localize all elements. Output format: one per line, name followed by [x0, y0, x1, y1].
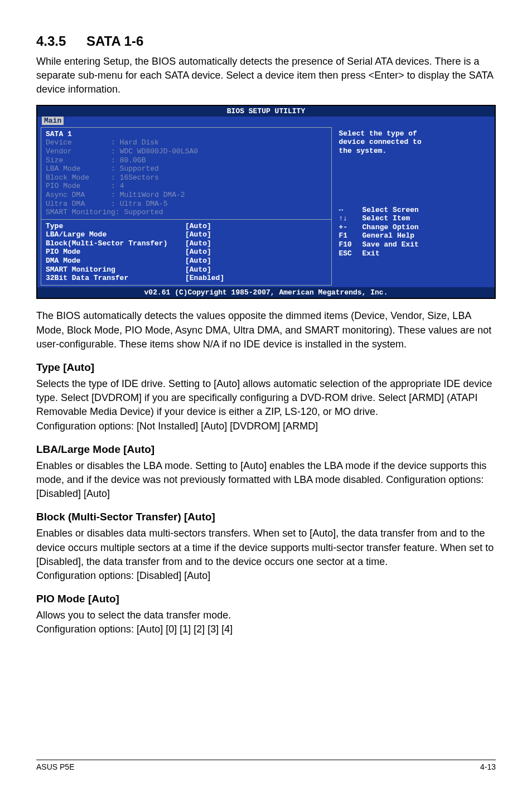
setting-label: 32Bit Data Transfer [46, 274, 185, 283]
setting-value: [Auto] [185, 248, 211, 257]
info-val: : Hard Disk [111, 138, 159, 147]
key-f1: F1 [338, 231, 362, 240]
bios-help-panel: Select the type of device connected to t… [334, 127, 491, 286]
setting-value: [Auto] [185, 257, 211, 265]
info-val: : Supported [111, 165, 159, 173]
bios-device-heading: SATA 1 [46, 130, 327, 139]
info-val: : 4 [111, 182, 124, 190]
setting-label: LBA/Large Mode [46, 230, 185, 239]
pio-config: Configuration options: [Auto] [0] [1] [2… [36, 622, 496, 636]
section-name: SATA 1-6 [86, 33, 143, 49]
setting-value: [Enabled] [185, 274, 224, 283]
info-val: : 16Sectors [111, 173, 159, 182]
setting-row[interactable]: 32Bit Data Transfer[Enabled] [46, 274, 327, 283]
type-paragraph: Selects the type of IDE drive. Setting t… [36, 377, 496, 419]
help-desc: Select the type of [338, 129, 487, 138]
type-heading: Type [Auto] [36, 361, 496, 374]
info-val: : Supported [115, 208, 163, 216]
help-desc: device connected to [338, 138, 487, 147]
info-key: SMART Monitoring [46, 208, 115, 216]
info-val: : WDC WD800JD-00LSA0 [111, 147, 198, 156]
info-key: Vendor [46, 147, 72, 156]
setting-row[interactable]: Type[Auto] [46, 222, 327, 231]
intro-paragraph: While entering Setup, the BIOS automatic… [36, 55, 496, 97]
setting-row[interactable]: PIO Mode[Auto] [46, 248, 327, 257]
setting-value: [Auto] [185, 265, 211, 274]
info-val: : MultiWord DMA-2 [111, 191, 185, 199]
block-paragraph: Enables or disables data multi-sectors t… [36, 526, 496, 569]
type-config: Configuration options: [Not Installed] [… [36, 419, 496, 433]
info-key: Async DMA [46, 191, 85, 199]
plusminus-icon: +- [338, 223, 362, 232]
section-heading: 4.3.5SATA 1-6 [36, 33, 496, 49]
block-heading: Block (Multi-Sector Transfer) [Auto] [36, 511, 496, 523]
setting-label: SMART Monitoring [46, 265, 185, 274]
bios-info-block: Device : Hard Disk Vendor : WDC WD800JD-… [46, 138, 327, 216]
info-key: Ultra DMA [46, 200, 85, 208]
setting-value: [Auto] [185, 230, 211, 239]
lba-paragraph: Enables or disables the LBA mode. Settin… [36, 459, 496, 501]
key-text: Select Item [362, 214, 410, 223]
info-key: Size [46, 156, 63, 165]
pio-heading: PIO Mode [Auto] [36, 593, 496, 605]
info-key: PIO Mode [46, 182, 80, 190]
info-key: Device [46, 138, 72, 147]
info-key: Block Mode [46, 173, 89, 182]
bios-left-panel: SATA 1 Device : Hard Disk Vendor : WDC W… [41, 127, 332, 286]
setting-label: Type [46, 222, 185, 231]
bios-settings-block: Type[Auto] LBA/Large Mode[Auto] Block(Mu… [46, 222, 327, 283]
key-text: Change Option [362, 223, 418, 232]
footer-page-number: 4-13 [480, 762, 496, 771]
bios-key-legend: ↔Select Screen ↑↓Select Item +-Change Op… [338, 206, 487, 258]
arrows-ud-icon: ↑↓ [338, 214, 362, 223]
bios-screenshot: BIOS SETUP UTILITY Main SATA 1 Device : … [36, 105, 496, 299]
setting-row[interactable]: SMART Monitoring[Auto] [46, 265, 327, 274]
help-desc: the system. [338, 147, 487, 156]
bios-footer: v02.61 (C)Copyright 1985-2007, American … [37, 287, 495, 298]
setting-label: Block(Multi-Sector Transfer) [46, 239, 185, 248]
key-f10: F10 [338, 240, 362, 249]
bios-tab-main[interactable]: Main [42, 117, 64, 125]
pio-paragraph: Allows you to select the data transfer m… [36, 608, 496, 622]
key-text: Exit [362, 249, 379, 258]
arrows-lr-icon: ↔ [338, 206, 362, 215]
key-esc: ESC [338, 249, 362, 258]
setting-row[interactable]: Block(Multi-Sector Transfer)[Auto] [46, 239, 327, 248]
key-text: Select Screen [362, 206, 418, 215]
block-config: Configuration options: [Disabled] [Auto] [36, 569, 496, 583]
setting-value: [Auto] [185, 239, 211, 248]
setting-value: [Auto] [185, 222, 211, 231]
lba-heading: LBA/Large Mode [Auto] [36, 443, 496, 456]
info-val: : 80.0GB [111, 156, 146, 165]
body-paragraph: The BIOS automatically detects the value… [36, 309, 496, 351]
bios-tabbar: Main [37, 117, 495, 125]
key-text: General Help [362, 231, 414, 240]
section-number: 4.3.5 [36, 33, 86, 49]
setting-row[interactable]: LBA/Large Mode[Auto] [46, 230, 327, 239]
key-text: Save and Exit [362, 240, 418, 249]
info-val: : Ultra DMA-5 [111, 200, 167, 208]
info-key: LBA Mode [46, 165, 80, 173]
setting-label: DMA Mode [46, 257, 185, 265]
bios-title: BIOS SETUP UTILITY [37, 106, 495, 117]
setting-label: PIO Mode [46, 248, 185, 257]
page-footer: ASUS P5E 4-13 [36, 760, 496, 771]
footer-model: ASUS P5E [36, 762, 74, 771]
setting-row[interactable]: DMA Mode[Auto] [46, 257, 327, 265]
